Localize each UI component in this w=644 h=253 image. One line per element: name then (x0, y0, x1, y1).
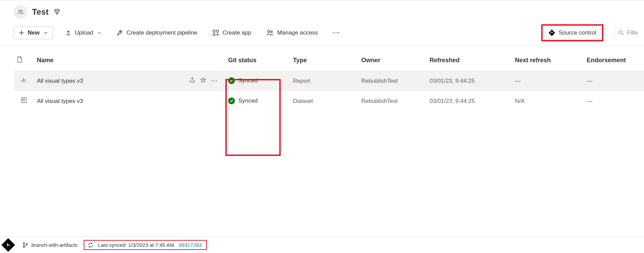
svg-point-19 (23, 246, 25, 248)
source-control-label: Source control (559, 29, 596, 36)
new-button[interactable]: New (14, 26, 53, 39)
source-control-button[interactable]: Source control (543, 26, 601, 39)
create-deployment-pipeline-button[interactable]: Create deployment pipeline (114, 27, 200, 38)
more-actions-button[interactable]: ··· (330, 27, 342, 38)
manage-access-button-label: Manage access (277, 29, 318, 36)
create-app-button[interactable]: Create app (210, 27, 254, 38)
last-synced-text: Last synced: 1/3/2023 at 7:45 AM (98, 242, 174, 248)
table-header-row: Name Git status Type Owner Refreshed Nex… (14, 46, 644, 71)
row-next-refresh: N/A (512, 91, 584, 111)
svg-point-0 (19, 10, 21, 12)
svg-point-7 (270, 31, 272, 33)
row-more-icon[interactable]: ··· (211, 78, 218, 84)
svg-point-6 (268, 30, 270, 32)
svg-point-12 (23, 99, 23, 99)
workspace-avatar (14, 5, 27, 19)
row-actions-cell: ··· (167, 71, 225, 91)
status-bar: branch-with-artifacts Last synced: 1/3/2… (0, 237, 644, 253)
people-icon (17, 8, 24, 16)
row-name[interactable]: All visual types v3 (34, 71, 167, 91)
premium-diamond-icon (53, 8, 61, 16)
synced-check-icon (228, 97, 235, 104)
svg-point-1 (21, 10, 23, 12)
row-owner: RebublishTest (359, 71, 427, 91)
svg-point-15 (24, 100, 25, 101)
share-icon[interactable] (189, 77, 195, 85)
sync-status-highlight: Last synced: 1/3/2023 at 7:45 AM 8931728… (84, 240, 207, 250)
row-next-refresh: — (512, 71, 584, 91)
row-type-icon (14, 91, 34, 111)
table-row[interactable]: All visual types v3···SyncedReportRebubl… (14, 71, 644, 91)
row-name[interactable]: All visual types v3 (34, 91, 167, 111)
dataset-icon (21, 97, 27, 103)
svg-point-10 (619, 31, 622, 34)
row-refreshed: 03/01/23, 9:44:25 (427, 91, 512, 111)
col-header-type[interactable]: Type (290, 46, 359, 71)
app-grid-icon (212, 29, 219, 36)
row-owner: RebublishTest (359, 91, 427, 111)
upload-button-label: Upload (75, 29, 93, 36)
items-table-wrap: Name Git status Type Owner Refreshed Nex… (0, 46, 644, 111)
git-icon (548, 29, 555, 36)
svg-point-14 (23, 100, 23, 101)
col-header-actions (167, 46, 225, 71)
chevron-down-icon (44, 31, 48, 35)
svg-point-13 (24, 99, 25, 99)
branch-name: branch-with-artifacts (31, 242, 78, 248)
branch-icon (23, 242, 28, 248)
col-header-icon (14, 46, 34, 71)
plus-icon (19, 30, 24, 36)
row-type-icon (14, 71, 34, 91)
svg-point-18 (23, 243, 25, 244)
svg-rect-3 (213, 30, 215, 32)
create-app-button-label: Create app (223, 29, 251, 36)
report-icon (21, 77, 27, 83)
filter-input[interactable]: Filte (614, 27, 639, 38)
col-header-refreshed[interactable]: Refreshed (427, 46, 512, 71)
col-header-git[interactable]: Git status (225, 46, 290, 71)
svg-point-2 (120, 31, 121, 32)
chevron-down-icon (97, 31, 101, 35)
row-type: Dataset (290, 91, 359, 111)
upload-icon (65, 30, 71, 36)
row-refreshed: 03/01/23, 9:44:25 (427, 71, 512, 91)
filter-placeholder: Filte (627, 29, 638, 36)
col-header-next[interactable]: Next refresh (512, 46, 584, 71)
deploy-button-label: Create deployment pipeline (127, 29, 197, 36)
branch-indicator[interactable]: branch-with-artifacts (23, 242, 78, 248)
table-row[interactable]: All visual types v3SyncedDatasetRebublis… (14, 91, 644, 111)
row-git-status: Synced (225, 91, 290, 111)
ellipsis-icon: ··· (333, 29, 340, 36)
row-endorsement: — (584, 91, 644, 111)
row-type: Report (290, 71, 359, 91)
commit-hash[interactable]: 89317283 (179, 242, 202, 248)
sync-icon[interactable] (88, 242, 93, 248)
synced-check-icon (228, 77, 235, 84)
col-header-owner[interactable]: Owner (359, 46, 427, 71)
svg-rect-5 (213, 34, 215, 36)
rocket-icon (116, 29, 123, 36)
workspace-header: Test (0, 0, 644, 22)
col-header-endorsement[interactable]: Endorsement (584, 46, 644, 71)
toolbar: New Upload Create deployment pipeline Cr… (0, 22, 644, 46)
svg-point-20 (26, 243, 27, 245)
manage-access-button[interactable]: Manage access (264, 27, 321, 38)
items-table: Name Git status Type Owner Refreshed Nex… (14, 46, 644, 111)
source-control-highlight: Source control (541, 24, 603, 41)
svg-rect-4 (216, 30, 219, 32)
document-icon (16, 56, 23, 63)
row-endorsement: — (584, 71, 644, 91)
workspace-title: Test (32, 7, 48, 17)
search-icon (618, 30, 624, 36)
favorite-star-icon[interactable] (200, 77, 206, 85)
new-button-label: New (28, 29, 40, 36)
row-actions-cell (167, 91, 225, 111)
col-header-name[interactable]: Name (34, 46, 167, 71)
row-git-status: Synced (225, 71, 290, 91)
git-diamond-icon (1, 238, 15, 252)
people-access-icon (266, 29, 274, 36)
upload-button[interactable]: Upload (62, 27, 104, 38)
